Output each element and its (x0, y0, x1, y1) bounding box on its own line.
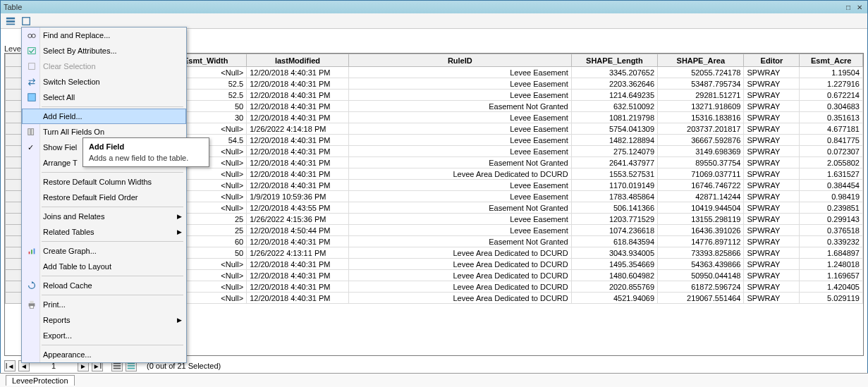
attributes-icon[interactable] (20, 16, 32, 27)
menu-item-label: Show Fiel (43, 143, 77, 152)
cell-len: 1482.128894 (571, 135, 657, 146)
cell-modified: 12/20/2018 4:40:31 PM (247, 101, 349, 112)
col-header-SHAPE_Length[interactable]: SHAPE_Length (571, 54, 657, 67)
menu-item-joins-and-relates[interactable]: Joins and Relates▶ (22, 209, 186, 224)
col-header-Editor[interactable]: Editor (744, 54, 800, 67)
menu-item-add-table-to-layout[interactable]: Add Table to Layout (22, 259, 186, 274)
row-header[interactable] (6, 214, 23, 225)
menu-item-related-tables[interactable]: Related Tables▶ (22, 224, 186, 240)
menu-item-switch-selection[interactable]: Switch Selection (22, 74, 186, 90)
col-header-Esmt_Acre[interactable]: Esmt_Acre (800, 54, 863, 67)
menu-separator (42, 295, 183, 295)
cell-area: 52055.724178 (658, 67, 744, 78)
cell-rule: Easement Not Granted (348, 101, 571, 112)
tab-leveeprotection[interactable]: LeveeProtection (6, 375, 75, 386)
menu-item-select-all[interactable]: Select All (22, 90, 186, 105)
menu-item-select-by-attributes[interactable]: Select By Attributes... (22, 43, 186, 59)
row-header[interactable] (6, 236, 23, 247)
cell-acre: 4.677181 (800, 123, 863, 135)
cell-rule: Levee Easement (348, 225, 571, 236)
cell-modified: 12/20/2018 4:40:31 PM (247, 135, 349, 146)
row-header[interactable] (6, 123, 23, 135)
menu-item-label: Create Graph... (43, 247, 97, 255)
menu-item-reload-cache[interactable]: Reload Cache (22, 278, 186, 293)
col-header-RuleID[interactable]: RuleID (348, 54, 571, 67)
cell-acre: 0.304683 (800, 101, 863, 112)
cell-len: 4521.94069 (571, 293, 657, 304)
row-header[interactable] (6, 146, 23, 157)
row-header[interactable] (6, 259, 23, 270)
restore-icon[interactable]: □ (843, 2, 853, 12)
row-header[interactable] (6, 78, 23, 90)
cell-modified: 12/20/2018 4:40:31 PM (247, 112, 349, 123)
cell-rule: Levee Easement (348, 191, 571, 202)
menu-item-restore-default-column-widths[interactable]: Restore Default Column Widths (22, 174, 186, 190)
cell-len: 1553.527531 (571, 168, 657, 180)
menu-item-restore-default-field-order[interactable]: Restore Default Field Order (22, 190, 186, 205)
row-header[interactable] (6, 293, 23, 304)
row-header[interactable] (6, 67, 23, 78)
row-header[interactable] (6, 247, 23, 259)
cell-editor: SPWRAY (744, 157, 800, 168)
cell-len: 1495.354669 (571, 259, 657, 270)
cell-rule: Levee Area Dedicated to DCURD (348, 168, 571, 180)
cell-len: 1783.485864 (571, 191, 657, 202)
row-header[interactable] (6, 135, 23, 146)
cell-modified: 12/20/2018 4:40:31 PM (247, 259, 349, 270)
row-header[interactable] (6, 90, 23, 101)
close-icon[interactable]: ✕ (855, 2, 864, 12)
cell-len: 632.510092 (571, 101, 657, 112)
cell-area: 29281.51271 (658, 90, 744, 101)
row-header[interactable] (6, 202, 23, 214)
menu-item-create-graph[interactable]: Create Graph... (22, 243, 186, 259)
cell-acre: 0.072307 (800, 146, 863, 157)
add-field-tooltip: Add Field Adds a new field to the table. (82, 137, 209, 167)
menu-item-reports[interactable]: Reports▶ (22, 312, 186, 328)
row-header[interactable] (6, 157, 23, 168)
cell-acre: 2.055802 (800, 157, 863, 168)
menu-item-find-and-replace[interactable]: Find and Replace... (22, 27, 186, 43)
cell-len: 618.843594 (571, 236, 657, 247)
cell-rule: Levee Area Dedicated to DCURD (348, 247, 571, 259)
cell-modified: 12/20/2018 4:40:31 PM (247, 293, 349, 304)
submenu-arrow-icon: ▶ (177, 228, 182, 235)
row-header[interactable] (6, 168, 23, 180)
cell-area: 71069.037711 (658, 168, 744, 180)
cell-rule: Easement Not Granted (348, 157, 571, 168)
submenu-arrow-icon: ▶ (177, 317, 182, 324)
col-header-SHAPE_Area[interactable]: SHAPE_Area (658, 54, 744, 67)
menu-item-add-field[interactable]: Add Field... (22, 109, 186, 124)
row-header[interactable] (6, 180, 23, 191)
menu-item-label: Restore Default Column Widths (43, 178, 152, 186)
cell-editor: SPWRAY (744, 259, 800, 270)
cell-editor: SPWRAY (744, 78, 800, 90)
row-header[interactable] (6, 225, 23, 236)
cell-modified: 12/20/2018 4:40:31 PM (247, 168, 349, 180)
svg-rect-1 (6, 20, 15, 23)
cell-acre: 0.98419 (800, 191, 863, 202)
cell-rule: Easement Not Granted (348, 202, 571, 214)
menu-item-export[interactable]: Export... (22, 328, 186, 343)
cell-acre: 0.239851 (800, 202, 863, 214)
cell-area: 50950.044148 (658, 270, 744, 281)
row-header[interactable] (6, 270, 23, 281)
col-header-lastModified[interactable]: lastModified (247, 54, 349, 67)
row-header[interactable] (6, 281, 23, 293)
reload-icon (26, 280, 37, 291)
tooltip-title: Add Field (89, 142, 203, 151)
cell-modified: 12/20/2018 4:40:31 PM (247, 281, 349, 293)
cell-editor: SPWRAY (744, 123, 800, 135)
table-options-menu: Find and Replace...Select By Attributes.… (21, 27, 187, 363)
row-header[interactable] (6, 101, 23, 112)
cell-modified: 12/20/2018 4:40:31 PM (247, 180, 349, 191)
first-record-button[interactable]: I◄ (4, 360, 16, 371)
col-header-row[interactable] (6, 54, 23, 67)
menu-item-appearance[interactable]: Appearance... (22, 347, 186, 362)
row-header[interactable] (6, 191, 23, 202)
menu-item-label: Add Table to Layout (43, 262, 111, 271)
menu-item-label: Restore Default Field Order (43, 193, 138, 202)
menu-item-print[interactable]: Print... (22, 297, 186, 312)
table-options-icon[interactable] (5, 16, 16, 27)
row-header[interactable] (6, 112, 23, 123)
svg-rect-12 (28, 48, 36, 54)
